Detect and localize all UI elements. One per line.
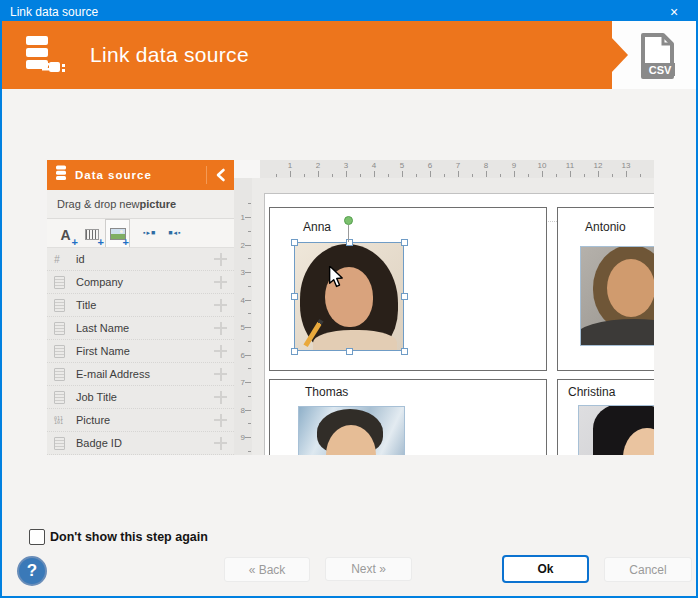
- ruler-tick: [402, 171, 403, 177]
- ruler-tick: [514, 171, 515, 177]
- selection-handle: [346, 239, 353, 246]
- ruler-tick: [416, 174, 417, 177]
- ruler-tick: [248, 203, 251, 204]
- cancel-button[interactable]: Cancel: [604, 557, 692, 582]
- ruler-number: 8: [241, 406, 245, 415]
- move-handle-icon: [214, 299, 227, 312]
- ruler-tick: [584, 174, 585, 177]
- wizard-title: Link data source: [90, 21, 249, 89]
- field-label: Picture: [76, 414, 110, 426]
- ruler-tick: [248, 231, 251, 232]
- card-photo: [578, 405, 654, 455]
- ruler-number: 7: [241, 378, 245, 387]
- ruler-number: 13: [618, 161, 634, 170]
- field-row: Badge ID: [47, 432, 234, 455]
- ruler-tick: [276, 174, 277, 177]
- ruler-number: 3: [241, 268, 245, 277]
- ruler-tick: [245, 382, 251, 383]
- drag-drop-hint: Drag & drop new picture: [47, 190, 234, 219]
- selection-handle: [291, 348, 298, 355]
- ruler-number: 1: [241, 213, 245, 222]
- rotation-stem: [348, 225, 349, 242]
- card-thomas: Thomas: [269, 379, 547, 455]
- text-field-icon: [54, 322, 70, 335]
- ruler-number: 9: [506, 161, 522, 170]
- field-label: Title: [76, 299, 96, 311]
- dont-show-again-label[interactable]: Don't show this step again: [50, 530, 208, 544]
- back-button[interactable]: « Back: [224, 557, 310, 582]
- ruler-tick: [248, 341, 251, 342]
- field-row: Title: [47, 294, 234, 317]
- next-button[interactable]: Next »: [325, 557, 412, 581]
- ruler-tick: [245, 245, 251, 246]
- card-christina: Christina: [557, 379, 654, 455]
- csv-label: CSV: [649, 64, 672, 76]
- ruler-tick: [245, 217, 251, 218]
- text-field-icon: [54, 299, 70, 312]
- field-label: E-mail Address: [76, 368, 150, 380]
- ruler-number: 8: [478, 161, 494, 170]
- ruler-number: 9: [241, 433, 245, 442]
- selection-handle: [291, 239, 298, 246]
- ruler-tick: [245, 327, 251, 328]
- ruler-tick: [245, 300, 251, 301]
- ruler-tick: [332, 174, 333, 177]
- ruler-tick: [640, 174, 641, 177]
- ruler-tick: [570, 171, 571, 177]
- window-title: Link data source: [10, 5, 98, 19]
- ruler-horizontal: 12345678910111213: [260, 160, 654, 178]
- selection-handle: [401, 239, 408, 246]
- dont-show-again-checkbox[interactable]: [29, 529, 45, 545]
- csv-file-icon: CSV: [636, 32, 678, 84]
- ruler-number: 4: [241, 296, 245, 305]
- ruler-tick: [248, 258, 251, 259]
- ruler-tick: [245, 410, 251, 411]
- ok-button[interactable]: Ok: [502, 555, 589, 583]
- ruler-tick: [346, 171, 347, 177]
- card-name: Christina: [568, 385, 615, 399]
- wizard-header: Link data source: [2, 21, 696, 89]
- ruler-tick: [248, 313, 251, 314]
- help-button[interactable]: ?: [17, 556, 47, 586]
- field-row: Company: [47, 271, 234, 294]
- close-icon[interactable]: ×: [660, 5, 688, 19]
- move-handle-icon: [214, 391, 227, 404]
- move-handle-icon: [214, 276, 227, 289]
- field-label: id: [76, 253, 85, 265]
- ruler-tick: [444, 174, 445, 177]
- link-forward-icon: ▪▸■: [143, 229, 156, 237]
- field-list: idCompanyTitleLast NameFirst NameE-mail …: [47, 248, 234, 455]
- photo-shoulders: [313, 330, 397, 351]
- field-row: First Name: [47, 340, 234, 363]
- move-handle-icon: [214, 414, 227, 427]
- ruler-tick: [374, 171, 375, 177]
- field-label: Last Name: [76, 322, 129, 334]
- selection-handle: [401, 348, 408, 355]
- text-field-icon: [54, 437, 70, 450]
- field-row: id: [47, 248, 234, 271]
- ruler-number: 10: [534, 161, 550, 170]
- rotation-handle: [344, 216, 353, 225]
- ruler-vertical: 123456789: [234, 178, 252, 455]
- text-field-icon: [54, 368, 70, 381]
- card-anna: Anna: [269, 207, 547, 371]
- data-source-plug-icon: [22, 33, 66, 81]
- ruler-tick: [248, 286, 251, 287]
- ruler-tick: [486, 171, 487, 177]
- ruler-number: 1: [282, 161, 298, 170]
- link-data-source-dialog: Link data source × Link data source: [0, 0, 698, 598]
- collapse-panel-icon: [206, 166, 226, 184]
- ruler-tick: [248, 368, 251, 369]
- add-barcode-icon: +: [79, 222, 104, 247]
- ruler-tick: [245, 437, 251, 438]
- ruler-number: 6: [422, 161, 438, 170]
- ruler-tick: [430, 171, 431, 177]
- number-field-icon: [54, 254, 70, 265]
- ruler-number: 12: [590, 161, 606, 170]
- cursor-icon: [328, 266, 347, 292]
- ruler-number: 11: [562, 161, 578, 170]
- card-photo: [580, 246, 654, 346]
- ruler-number: 5: [394, 161, 410, 170]
- text-field-icon: [54, 345, 70, 358]
- ruler-tick: [290, 171, 291, 177]
